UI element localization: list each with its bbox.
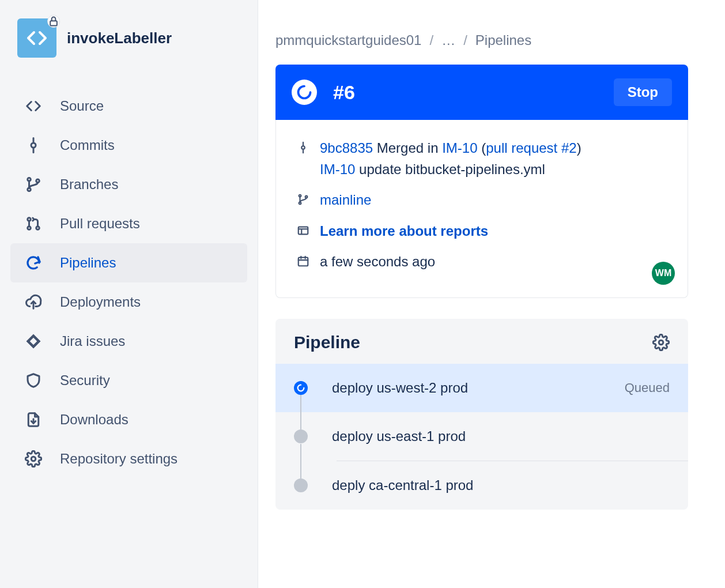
nav-label: Source (60, 98, 104, 114)
stage-connector (300, 395, 301, 429)
run-number: #6 (333, 81, 355, 104)
pipelines-icon (24, 254, 43, 272)
nav-item-commits[interactable]: Commits (10, 126, 247, 165)
repo-icon (17, 18, 56, 58)
svg-rect-19 (299, 227, 308, 234)
main: pmmquickstartguides01 / … / Pipelines #6… (258, 0, 725, 588)
stage-status: Queued (625, 380, 670, 395)
nav-list: Source Commits Branches Pull requests Pi… (10, 86, 247, 478)
shield-icon (24, 371, 43, 390)
ticket-link-2[interactable]: IM-10 (320, 161, 355, 177)
nav-item-pipelines[interactable]: Pipelines (10, 243, 247, 282)
pull-request-icon (24, 214, 43, 233)
branch-row: mainline (296, 189, 668, 210)
nav-item-source[interactable]: Source (10, 86, 247, 126)
ticket-link[interactable]: IM-10 (442, 140, 477, 156)
nav-item-deployments[interactable]: Deployments (10, 282, 247, 322)
pipeline-settings-button[interactable] (652, 334, 670, 351)
breadcrumb: pmmquickstartguides01 / … / Pipelines (275, 32, 688, 48)
svg-rect-22 (299, 257, 308, 266)
commit-icon (296, 140, 311, 155)
stage-connector (300, 444, 301, 478)
svg-point-26 (659, 340, 663, 345)
nav-label: Security (60, 372, 110, 389)
pipeline-panel-title: Pipeline (294, 333, 360, 352)
branch-icon (296, 192, 311, 207)
lock-icon (47, 15, 60, 28)
stage-label: deply ca-central-1 prod (332, 477, 670, 493)
cloud-upload-icon (24, 293, 43, 311)
calendar-icon (296, 254, 311, 269)
pipeline-stage[interactable]: deploy us-east-1 prod (275, 412, 688, 461)
breadcrumb-sep: / (429, 32, 433, 48)
stage-pending-icon (294, 478, 308, 492)
nav-label: Repository settings (60, 451, 178, 467)
nav-label: Pull requests (60, 216, 140, 232)
stage-running-icon (294, 381, 308, 395)
avatar[interactable]: WM (652, 262, 675, 285)
svg-point-12 (31, 457, 36, 461)
pipeline-panel: Pipeline deploy us-west-2 prod Queued de… (275, 319, 688, 510)
nav-item-pull-requests[interactable]: Pull requests (10, 204, 247, 243)
breadcrumb-ellipsis[interactable]: … (441, 32, 455, 48)
nav-label: Deployments (60, 294, 141, 310)
run-age: a few seconds ago (320, 251, 435, 272)
nav-label: Pipelines (60, 255, 116, 271)
jira-icon (24, 332, 43, 350)
code-icon (24, 97, 43, 115)
run-status-running-icon (292, 80, 317, 105)
svg-point-1 (31, 143, 36, 148)
panel-icon (296, 223, 311, 238)
nav-item-security[interactable]: Security (10, 361, 247, 400)
sidebar: invokeLabeller Source Commits Branches P… (0, 0, 258, 588)
pr-link[interactable]: pull request #2 (486, 140, 576, 156)
nav-item-repo-settings[interactable]: Repository settings (10, 439, 247, 478)
repo-header: invokeLabeller (10, 18, 247, 75)
breadcrumb-root[interactable]: pmmquickstartguides01 (275, 32, 421, 48)
download-icon (24, 410, 43, 429)
nav-label: Branches (60, 176, 118, 193)
breadcrumb-current[interactable]: Pipelines (475, 32, 531, 48)
nav-label: Jira issues (60, 333, 125, 349)
repo-name[interactable]: invokeLabeller (67, 29, 172, 47)
stage-label: deploy us-west-2 prod (332, 380, 625, 396)
gear-icon (24, 450, 43, 468)
nav-item-downloads[interactable]: Downloads (10, 400, 247, 439)
nav-item-branches[interactable]: Branches (10, 165, 247, 204)
run-header: #6 Stop (275, 65, 688, 120)
nav-label: Downloads (60, 412, 129, 428)
commit-row: 9bc8835 Merged in IM-10 (pull request #2… (296, 137, 668, 180)
pipeline-panel-header: Pipeline (275, 319, 688, 364)
reports-link[interactable]: Learn more about reports (320, 220, 488, 242)
stage-label: deploy us-east-1 prod (332, 428, 670, 444)
breadcrumb-sep: / (463, 32, 467, 48)
branch-link[interactable]: mainline (320, 189, 371, 210)
branch-icon (24, 175, 43, 194)
reports-row: Learn more about reports (296, 220, 668, 242)
stage-pending-icon (294, 429, 308, 443)
pipeline-stage[interactable]: deply ca-central-1 prod (275, 461, 688, 510)
svg-rect-0 (50, 21, 57, 25)
nav-label: Commits (60, 137, 115, 153)
commit-hash-link[interactable]: 9bc8835 (320, 140, 373, 156)
time-row: a few seconds ago (296, 251, 668, 272)
stop-button[interactable]: Stop (614, 78, 672, 106)
commit-icon (24, 136, 43, 154)
nav-item-jira-issues[interactable]: Jira issues (10, 322, 247, 361)
pipeline-stage[interactable]: deploy us-west-2 prod Queued (275, 364, 688, 412)
run-info-card: 9bc8835 Merged in IM-10 (pull request #2… (275, 120, 688, 298)
